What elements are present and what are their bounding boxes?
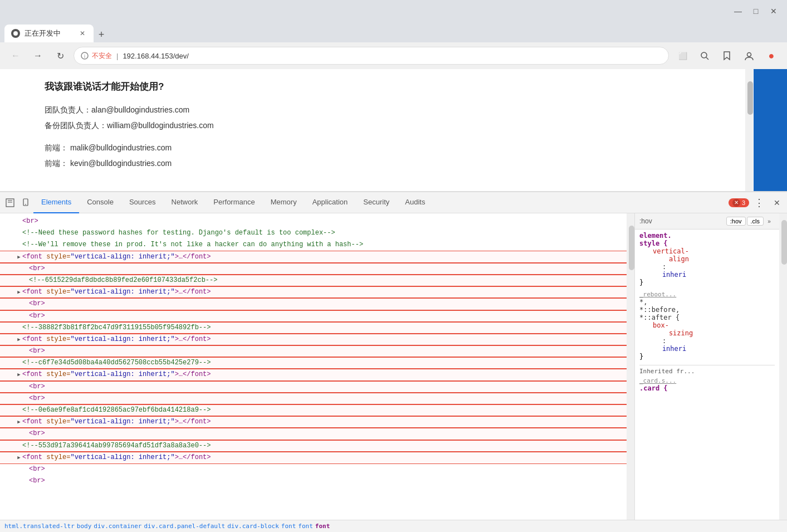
dom-line-l5[interactable]: <br> <box>0 263 627 275</box>
breadcrumb-card-block[interactable]: div.card-block <box>227 523 279 530</box>
devtools-close-button[interactable]: ✕ <box>769 195 785 211</box>
dom-line-l8[interactable]: <br> <box>0 298 627 310</box>
dom-line-l14[interactable]: <font style="vertical-align: inherit;">…… <box>0 369 627 380</box>
devtools-device-button[interactable] <box>18 195 33 211</box>
bookmark-button[interactable] <box>718 47 736 65</box>
tag-val: "vertical-align: inherit;" <box>70 335 174 343</box>
style-source-card[interactable]: _card.s... <box>639 377 775 384</box>
tab-close-button[interactable]: ✕ <box>78 29 87 38</box>
breadcrumb-card[interactable]: div.card.panel-default <box>144 523 225 530</box>
devtools-tabs: Elements Console Sources Network Perform… <box>33 192 729 213</box>
triangle-icon[interactable] <box>16 253 22 261</box>
styles-expand-button[interactable]: » <box>764 216 775 227</box>
dom-line-l18[interactable]: <font style="vertical-align: inherit;">…… <box>0 416 627 428</box>
dom-line-l12[interactable]: <br> <box>0 345 627 357</box>
tag-open: <font <box>22 288 46 296</box>
tab-sources[interactable]: Sources <box>121 192 164 213</box>
tag-attr: style= <box>46 335 70 343</box>
tab-console[interactable]: Console <box>79 192 121 213</box>
maximize-button[interactable]: □ <box>748 3 764 19</box>
page-line-2: 备份团队负责人：william@bulldogindustries.com <box>45 118 742 133</box>
tab-network[interactable]: Network <box>164 192 206 213</box>
devtools-dom-tree[interactable]: <br><!--Need these password hashes for t… <box>0 213 627 520</box>
devtools-main-scrollbar[interactable] <box>627 213 634 520</box>
dom-line-l3[interactable]: <!--We'll remove these in prod. It's not… <box>0 239 627 251</box>
translate-button[interactable]: ⬜ <box>673 47 691 65</box>
devtools-more-button[interactable]: ⋮ <box>751 195 767 211</box>
tab-elements[interactable]: Elements <box>33 192 79 213</box>
dom-line-l21[interactable]: <font style="vertical-align: inherit;">…… <box>0 452 627 463</box>
triangle-icon[interactable] <box>16 289 22 296</box>
style-source-reboot[interactable]: _reboot... <box>639 291 775 298</box>
address-bar: ← → ↻ i 不安全 | 192.168.44.153/dev/ ⬜ ● <box>0 42 787 69</box>
minimize-button[interactable]: — <box>730 3 746 19</box>
dom-line-l1[interactable]: <br> <box>0 216 627 227</box>
reload-button[interactable]: ↻ <box>51 47 69 65</box>
filter-cls[interactable]: .cls <box>747 217 764 226</box>
dom-line-l10[interactable]: <!--38882f3b81f8f2bc47d9f3119155b05f9548… <box>0 322 627 334</box>
triangle-icon[interactable] <box>16 336 22 344</box>
page-sidebar-blue <box>754 69 787 191</box>
tag-close: >…</font> <box>175 453 211 461</box>
dom-line-l16[interactable]: <br> <box>0 393 627 404</box>
triangle-icon[interactable] <box>16 454 22 462</box>
filter-hov[interactable]: :hov <box>726 217 746 226</box>
url-bar[interactable]: i 不安全 | 192.168.44.153/dev/ <box>74 47 669 65</box>
breadcrumb-font-active[interactable]: font <box>315 523 330 530</box>
tab-performance[interactable]: Performance <box>206 192 262 213</box>
profile-button[interactable] <box>740 47 758 65</box>
page-spacer <box>45 133 742 140</box>
tab-audits[interactable]: Audits <box>397 192 433 213</box>
dom-line-l23[interactable]: <br> <box>0 475 627 487</box>
devtools-inspect-button[interactable] <box>2 195 18 211</box>
triangle-icon[interactable] <box>16 371 22 379</box>
breadcrumb-container[interactable]: div.container <box>94 523 141 530</box>
devtools-styles-panel: :hov :hov .cls » element. style { vertic… <box>634 213 779 520</box>
style-rule-element: element. style { vertical- align : inher… <box>639 232 775 286</box>
breadcrumb-html[interactable]: html.translated-ltr <box>4 523 75 530</box>
dom-line-l19[interactable]: <br> <box>0 428 627 440</box>
browser-tab[interactable]: 正在开发中 ✕ <box>4 25 94 42</box>
dom-line-l7[interactable]: <font style="vertical-align: inherit;">…… <box>0 286 627 298</box>
breadcrumb-font-2[interactable]: font <box>298 523 313 530</box>
svg-marker-6 <box>724 52 730 60</box>
style-property-1: vertical- align : inheri <box>639 247 775 279</box>
tag-text: <br> <box>29 312 45 320</box>
triangle-icon[interactable] <box>16 418 22 426</box>
dom-line-l13[interactable]: <!--c6f7e34d5d08ba4a40dd5627508ccb55b425… <box>0 357 627 369</box>
dom-line-l15[interactable]: <br> <box>0 381 627 393</box>
dom-line-l4[interactable]: <font style="vertical-align: inherit;">…… <box>0 251 627 263</box>
dom-line-l22[interactable]: <br> <box>0 463 627 475</box>
breadcrumb-body[interactable]: body <box>77 523 92 530</box>
style-selector: element. <box>639 232 775 240</box>
close-button[interactable]: ✕ <box>766 3 781 19</box>
forward-button[interactable]: → <box>29 47 47 65</box>
styles-panel-header: :hov :hov .cls » <box>635 213 779 230</box>
devtools-sidebar-scrollbar[interactable] <box>779 213 787 520</box>
breadcrumb-font-1[interactable]: font <box>281 523 296 530</box>
dom-line-l2[interactable]: <!--Need these password hashes for testi… <box>0 227 627 239</box>
comment-text: <!--c6f7e34d5d08ba4a40dd5627508ccb55b425… <box>22 359 211 367</box>
tag-text: <br> <box>22 217 38 225</box>
style-val-inheri: inheri <box>646 271 686 279</box>
tab-memory[interactable]: Memory <box>263 192 305 213</box>
zoom-button[interactable] <box>696 47 713 65</box>
style-prop-box-sizing: box- <box>646 321 669 329</box>
style-prop-vertical-align: vertical- <box>646 247 689 255</box>
tab-application[interactable]: Application <box>305 192 356 213</box>
dom-line-l20[interactable]: <!--553d917a396414ab99785694afd51df3a8a8… <box>0 440 627 452</box>
page-scrollbar[interactable] <box>745 69 753 191</box>
tag-attr: style= <box>46 370 70 378</box>
translate-icon: ⬜ <box>677 51 687 61</box>
dom-line-l9[interactable]: <br> <box>0 310 627 322</box>
tab-security[interactable]: Security <box>355 192 397 213</box>
dom-line-l6[interactable]: <!--6515229daf8dbdc8b89fed2e60f107433da5… <box>0 275 627 286</box>
extension-button[interactable]: ● <box>762 47 780 65</box>
new-tab-button[interactable]: + <box>94 27 109 42</box>
style-card-selector: .card { <box>639 384 775 392</box>
dom-line-l11[interactable]: <font style="vertical-align: inherit;">…… <box>0 334 627 345</box>
tag-text: <br> <box>29 300 45 308</box>
error-badge: ✕ 3 <box>729 198 749 207</box>
back-button[interactable]: ← <box>7 47 25 65</box>
dom-line-l17[interactable]: <!--0e6ae9fe8af1cd4192865ac97ebf6bda4142… <box>0 404 627 416</box>
